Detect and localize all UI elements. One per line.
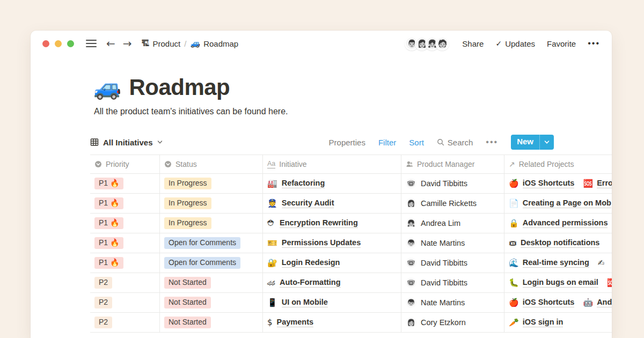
status-cell[interactable]: Open for Comments — [160, 253, 263, 273]
initiative-link[interactable]: Payments — [277, 318, 314, 327]
minimize-window-button[interactable] — [55, 40, 62, 47]
new-button[interactable]: New — [511, 135, 554, 150]
product-manager-cell[interactable]: 👧Andrea Lim — [401, 214, 504, 233]
related-project-link[interactable]: Advanced permissions — [523, 218, 608, 228]
related-project-link[interactable]: iOS Shortcuts — [523, 298, 575, 307]
related-project-link[interactable]: Creating a Page on Mob — [523, 199, 611, 208]
priority-cell[interactable]: P1 🔥 — [90, 174, 160, 193]
share-button[interactable]: Share — [462, 39, 484, 48]
view-switcher[interactable]: All Initiatives — [90, 138, 163, 147]
related-projects-cell[interactable]: 🍎iOS Shortcuts🆘Erro — [504, 174, 612, 193]
initiative-cell[interactable]: $Payments — [263, 313, 401, 332]
related-project-link[interactable]: Desktop notifications — [521, 238, 599, 248]
related-project-icon: 📄 — [509, 200, 519, 208]
related-project-item: 🥕iOS sign in — [509, 318, 563, 327]
column-header-product-manager[interactable]: Product Manager — [401, 155, 504, 173]
related-projects-cell[interactable]: 🥕iOS sign in — [504, 313, 612, 332]
column-header-related-projects[interactable]: ↗ Related Projects — [504, 155, 612, 173]
sidebar-menu-icon[interactable] — [86, 40, 97, 48]
related-project-link[interactable]: iOS Shortcuts — [523, 179, 575, 188]
back-arrow-icon[interactable]: ← — [106, 38, 115, 49]
initiative-icon: $ — [267, 319, 273, 327]
product-manager-cell[interactable]: 👩Camille Ricketts — [401, 194, 504, 213]
page-icon-car[interactable]: 🚙 — [93, 76, 121, 99]
person-name: Nate Martins — [421, 298, 465, 307]
filter-button[interactable]: Filter — [378, 138, 396, 147]
view-toolbar: All Initiatives Properties Filter Sort S… — [90, 133, 612, 152]
related-project-link[interactable]: Login bugs on email — [523, 278, 598, 288]
related-projects-cell[interactable]: 🍎iOS Shortcuts🤖And — [504, 293, 612, 312]
table-row: P1 🔥In Progress👮Security Audit👩Camille R… — [90, 194, 612, 214]
initiative-cell[interactable]: 🔐Login Redesign — [263, 253, 401, 273]
priority-cell[interactable]: P2 — [90, 293, 160, 312]
priority-cell[interactable]: P1 🔥 — [90, 214, 160, 233]
related-project-link[interactable]: iOS sign in — [523, 318, 564, 327]
column-header-priority[interactable]: Priority — [90, 155, 160, 173]
favorite-button[interactable]: Favorite — [547, 39, 576, 48]
initiative-link[interactable]: UI on Mobile — [282, 298, 328, 307]
initiative-link[interactable]: Login Redesign — [282, 258, 340, 268]
status-cell[interactable]: In Progress — [160, 194, 263, 213]
properties-button[interactable]: Properties — [329, 138, 365, 147]
initiative-cell[interactable]: 🏎Auto-Formatting — [263, 273, 401, 292]
related-projects-cell[interactable]: 🔒Advanced permissions — [504, 214, 612, 233]
priority-cell[interactable]: P1 🔥 — [90, 194, 160, 213]
column-header-initiative[interactable]: Aa Initiative — [263, 155, 401, 173]
initiative-link[interactable]: Security Audit — [282, 199, 334, 208]
related-projects-cell[interactable]: 🌊Real-time syncing✍ — [504, 253, 612, 273]
construction-crane-icon: 🏗 — [142, 40, 150, 48]
updates-button[interactable]: ✓ Updates — [495, 39, 535, 48]
initiative-cell[interactable]: ⛑Encryption Rewriting — [263, 214, 401, 233]
status-cell[interactable]: Not Started — [160, 313, 263, 332]
avatar[interactable]: 🧑 — [435, 36, 449, 50]
initiative-link[interactable]: Auto-Formatting — [280, 278, 341, 288]
updates-label: Updates — [505, 39, 535, 48]
forward-arrow-icon[interactable]: → — [123, 38, 132, 49]
product-manager-cell[interactable]: 👦Nate Martins — [401, 293, 504, 312]
related-projects-cell[interactable]: 📄Creating a Page on Mob — [504, 194, 612, 213]
breadcrumb-item-roadmap[interactable]: 🚙 Roadmap — [190, 39, 238, 48]
breadcrumb: 🏗 Product / 🚙 Roadmap — [142, 39, 239, 48]
related-project-link[interactable]: And — [597, 298, 612, 307]
priority-cell[interactable]: P1 🔥 — [90, 233, 160, 253]
product-manager-cell[interactable]: 🤓David Tibbitts — [401, 253, 504, 273]
initiative-cell[interactable]: 👮Security Audit — [263, 194, 401, 213]
breadcrumb-item-product[interactable]: 🏗 Product — [142, 39, 181, 48]
new-button-chevron[interactable] — [540, 135, 554, 150]
initiative-cell[interactable]: 🏭Refactoring — [263, 174, 401, 193]
initiative-cell[interactable]: 🎫Permissions Updates — [263, 233, 401, 253]
collaborator-avatars: 👨 👩 👧 🧑 — [405, 36, 449, 50]
close-window-button[interactable] — [42, 40, 49, 47]
status-tag: In Progress — [164, 217, 211, 229]
priority-cell[interactable]: P2 — [90, 313, 160, 332]
initiative-cell[interactable]: 📱UI on Mobile — [263, 293, 401, 312]
initiative-link[interactable]: Encryption Rewriting — [280, 218, 358, 228]
search-button[interactable]: Search — [437, 138, 473, 147]
view-more-icon[interactable]: ••• — [486, 137, 498, 147]
product-manager-cell[interactable]: 👦Nate Martins — [401, 233, 504, 253]
initiative-link[interactable]: Refactoring — [282, 179, 325, 188]
status-cell[interactable]: Not Started — [160, 293, 263, 312]
product-manager-cell[interactable]: 🤓David Tibbitts — [401, 174, 504, 193]
status-cell[interactable]: Not Started — [160, 273, 263, 292]
priority-cell[interactable]: P2 — [90, 273, 160, 292]
related-project-item: 🆘 — [607, 279, 612, 287]
product-manager-cell[interactable]: 🤓David Tibbitts — [401, 273, 504, 292]
initiative-link[interactable]: Permissions Updates — [282, 238, 361, 248]
sort-button[interactable]: Sort — [409, 138, 424, 147]
related-projects-cell[interactable]: 🐛Login bugs on email🆘 — [504, 273, 612, 292]
more-options-icon[interactable]: ••• — [588, 39, 600, 48]
zoom-window-button[interactable] — [67, 40, 74, 47]
initiatives-table: Priority Status Aa Initiative Produc — [90, 155, 612, 333]
related-project-link[interactable]: Real-time syncing — [523, 258, 589, 268]
product-manager-cell[interactable]: 👩Cory Etzkorn — [401, 313, 504, 332]
related-projects-cell[interactable]: 🎟Desktop notifications — [504, 233, 612, 253]
topbar-actions: 👨 👩 👧 🧑 Share ✓ Updates Favorite ••• — [405, 36, 600, 50]
status-cell[interactable]: Open for Comments — [160, 233, 263, 253]
related-project-link[interactable]: Erro — [597, 179, 612, 188]
priority-cell[interactable]: P1 🔥 — [90, 253, 160, 273]
related-project-icon: 🎟 — [509, 239, 517, 247]
status-cell[interactable]: In Progress — [160, 174, 263, 193]
column-header-status[interactable]: Status — [160, 155, 263, 173]
status-cell[interactable]: In Progress — [160, 214, 263, 233]
